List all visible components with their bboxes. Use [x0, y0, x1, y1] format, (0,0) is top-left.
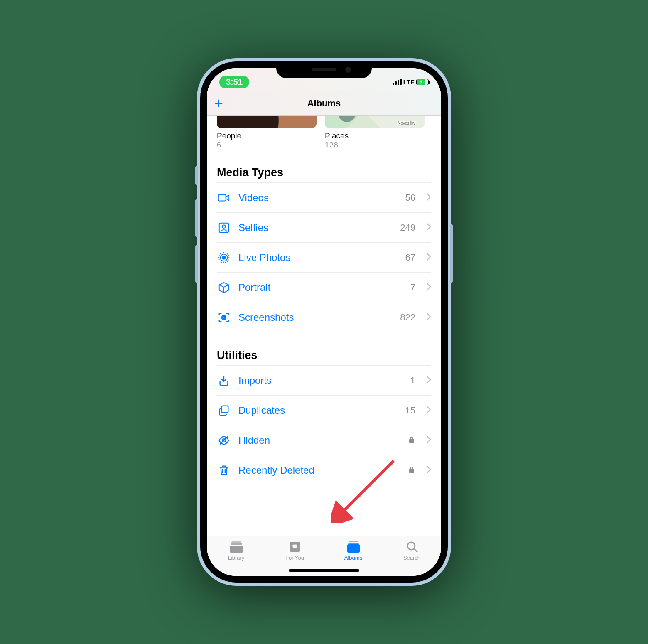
live-photos-icon: [217, 251, 231, 264]
places-thumbnail: [325, 116, 425, 128]
svg-line-19: [414, 549, 417, 552]
lock-icon: [408, 466, 415, 475]
signal-icon: [393, 79, 402, 85]
chevron-right-icon: [426, 406, 431, 415]
chevron-right-icon: [426, 312, 431, 322]
row-count: 249: [400, 222, 415, 233]
network-label: LTE: [403, 79, 415, 86]
row-label: Screenshots: [238, 312, 393, 323]
tab-library[interactable]: Library: [216, 541, 257, 561]
row-label: Imports: [238, 375, 403, 386]
row-selfies[interactable]: Selfies 249: [217, 213, 431, 243]
svg-point-18: [407, 542, 415, 550]
phone-frame: 3:51 LTE ⚡︎ + Albums: [197, 58, 451, 586]
people-thumbnail: [217, 116, 317, 128]
row-portrait[interactable]: Portrait 7: [217, 273, 431, 302]
row-videos[interactable]: Videos 56: [217, 183, 431, 213]
chevron-right-icon: [426, 283, 431, 293]
section-header-media: Media Types: [217, 150, 431, 183]
svg-rect-17: [347, 544, 360, 553]
collection-places[interactable]: Places 128: [325, 116, 425, 150]
row-count: 7: [410, 282, 415, 293]
page-title: Albums: [307, 98, 341, 109]
row-count: 56: [405, 192, 415, 203]
lock-icon: [408, 436, 415, 445]
side-button-mute: [195, 166, 198, 185]
chevron-right-icon: [426, 376, 431, 386]
row-recently-deleted[interactable]: Recently Deleted: [217, 455, 431, 485]
trash-icon: [217, 464, 231, 477]
chevron-right-icon: [426, 253, 431, 263]
selfie-icon: [217, 221, 231, 234]
svg-point-2: [222, 225, 226, 228]
tab-label: Search: [403, 555, 420, 561]
row-count: 67: [405, 252, 415, 263]
chevron-right-icon: [426, 465, 431, 475]
cube-icon: [217, 281, 231, 294]
row-imports[interactable]: Imports 1: [217, 366, 431, 396]
section-header-utilities: Utilities: [217, 332, 431, 366]
collection-count: 128: [325, 140, 425, 150]
row-live-photos[interactable]: Live Photos 67: [217, 243, 431, 273]
tab-search[interactable]: Search: [391, 541, 433, 561]
row-label: Duplicates: [238, 405, 398, 416]
tab-label: Library: [228, 555, 245, 561]
svg-rect-15: [349, 541, 358, 542]
tab-bar: Library For You Albums Search: [207, 536, 441, 576]
side-button-vol-down: [195, 245, 198, 283]
svg-rect-0: [218, 194, 226, 201]
row-label: Videos: [238, 192, 398, 204]
svg-rect-16: [348, 543, 359, 544]
import-icon: [217, 374, 231, 387]
content-scroll[interactable]: People 6 Places 128 Media: [207, 116, 441, 536]
tab-label: Albums: [344, 555, 362, 561]
svg-rect-13: [230, 546, 243, 553]
row-duplicates[interactable]: Duplicates 15: [217, 396, 431, 425]
duplicate-icon: [217, 404, 231, 417]
row-label: Selfies: [238, 222, 393, 234]
collection-people[interactable]: People 6: [217, 116, 317, 150]
nav-bar: + Albums: [207, 91, 441, 116]
hidden-icon: [217, 434, 231, 447]
svg-point-7: [223, 317, 225, 318]
row-label: Recently Deleted: [238, 465, 400, 476]
collection-label: Places: [325, 131, 425, 140]
svg-rect-8: [221, 406, 228, 412]
side-button-power: [450, 224, 453, 283]
row-hidden[interactable]: Hidden: [217, 425, 431, 455]
map-pin-icon: [337, 116, 356, 123]
tab-label: For You: [285, 555, 304, 561]
svg-rect-11: [231, 541, 241, 543]
home-indicator[interactable]: [289, 569, 359, 572]
row-count: 822: [400, 312, 415, 323]
collection-count: 6: [217, 140, 317, 150]
notch: [276, 61, 372, 78]
row-count: 15: [405, 405, 415, 416]
row-label: Live Photos: [238, 252, 398, 263]
svg-point-3: [222, 256, 226, 259]
row-screenshots[interactable]: Screenshots 822: [217, 302, 431, 332]
row-label: Hidden: [238, 435, 400, 446]
screenshot-icon: [217, 311, 231, 324]
battery-icon: ⚡︎: [416, 79, 429, 85]
collection-label: People: [217, 131, 317, 140]
svg-rect-12: [231, 543, 242, 545]
add-button[interactable]: +: [214, 96, 223, 111]
status-time-pill[interactable]: 3:51: [219, 76, 249, 88]
video-icon: [217, 192, 231, 204]
chevron-right-icon: [426, 193, 431, 203]
tab-albums[interactable]: Albums: [333, 541, 374, 561]
chevron-right-icon: [426, 435, 431, 445]
row-label: Portrait: [238, 282, 403, 293]
side-button-vol-up: [195, 199, 198, 237]
tab-for-you[interactable]: For You: [274, 541, 316, 561]
chevron-right-icon: [426, 223, 431, 233]
row-count: 1: [410, 375, 415, 386]
